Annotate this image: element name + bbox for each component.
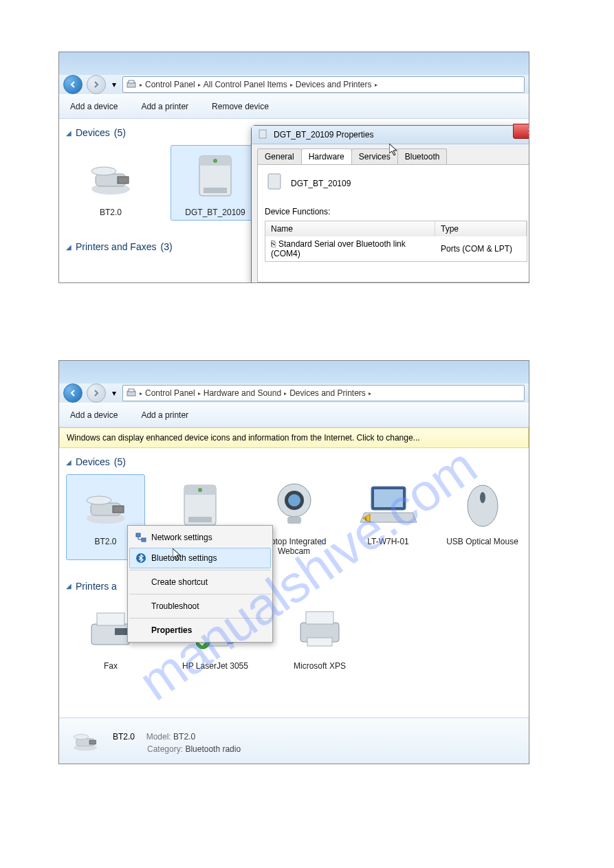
svg-rect-13 <box>129 389 134 392</box>
nav-history-dropdown[interactable]: ▾ <box>110 78 118 91</box>
device-functions-label: Device Functions: <box>265 207 527 216</box>
bluetooth-icon <box>135 552 147 564</box>
menu-label: Properties <box>151 625 192 635</box>
menu-create-shortcut[interactable]: Create shortcut <box>129 570 271 592</box>
properties-dialog: ✕ DGT_BT_20109 Properties General Hardwa… <box>251 125 529 283</box>
device-item-laptop[interactable]: ! LT-W7H-01 <box>349 474 428 560</box>
column-header-type[interactable]: Type <box>435 221 527 236</box>
section-title: Devices <box>76 127 110 138</box>
svg-point-20 <box>198 488 202 492</box>
printer-label: Microsoft XPS <box>278 661 361 671</box>
breadcrumb-item[interactable]: Hardware and Sound <box>204 388 281 398</box>
details-pane: BT2.0 Model: BT2.0 Category: Bluetooth r… <box>59 717 529 764</box>
category-value: Bluetooth radio <box>185 744 241 754</box>
mouse-icon <box>446 478 518 534</box>
svg-rect-27 <box>374 489 403 507</box>
breadcrumb-bar[interactable]: ▸ Control Panel ▸ All Control Panel Item… <box>122 76 525 93</box>
svg-rect-25 <box>287 517 301 524</box>
menu-label: Create shortcut <box>151 577 208 587</box>
tab-hardware[interactable]: Hardware <box>301 148 352 164</box>
breadcrumb-item[interactable]: Devices and Printers <box>296 80 372 89</box>
tab-general[interactable]: General <box>257 148 302 164</box>
chevron-right-icon: ▸ <box>290 82 293 88</box>
menu-bluetooth-settings[interactable]: Bluetooth settings <box>129 548 271 568</box>
collapse-arrow-icon: ◢ <box>66 129 72 137</box>
printer-label: HP LaserJet 3055 <box>174 661 256 671</box>
dialog-title: DGT_BT_20109 Properties <box>274 130 373 140</box>
back-button[interactable] <box>63 383 83 403</box>
device-label: BT2.0 <box>69 208 152 217</box>
menu-label: Network settings <box>151 533 212 542</box>
menu-label: Bluetooth settings <box>151 553 217 563</box>
printer-icon <box>278 602 361 658</box>
svg-point-5 <box>91 167 116 175</box>
remove-device-button[interactable]: Remove device <box>205 98 276 115</box>
command-bar: Add a device Add a printer Remove device <box>59 94 529 119</box>
breadcrumb-item[interactable]: Devices and Printers <box>289 388 366 398</box>
forward-button[interactable] <box>87 75 106 94</box>
device-item-dgt[interactable]: DGT_BT_20109 <box>171 145 260 221</box>
chevron-right-icon: ▸ <box>140 82 142 88</box>
info-bar[interactable]: Windows can display enhanced device icon… <box>59 427 529 448</box>
svg-point-8 <box>213 159 217 163</box>
tab-services[interactable]: Services <box>351 148 398 164</box>
svg-rect-32 <box>97 613 124 625</box>
close-button[interactable]: ✕ <box>513 124 529 139</box>
row-type: Ports (COM & LPT) <box>435 236 527 261</box>
collapse-arrow-icon: ◢ <box>66 458 72 466</box>
add-printer-button[interactable]: Add a printer <box>134 406 195 424</box>
dialog-titlebar[interactable]: DGT_BT_20109 Properties <box>252 126 529 144</box>
command-bar: Add a device Add a printer <box>59 403 529 427</box>
device-item-bt20[interactable]: BT2.0 <box>66 145 155 221</box>
category-label: Category: <box>147 744 183 754</box>
bluetooth-dongle-icon <box>69 726 102 759</box>
back-button[interactable] <box>63 75 83 94</box>
device-item-mouse[interactable]: USB Optical Mouse <box>443 474 522 560</box>
column-header-name[interactable]: Name <box>265 221 435 236</box>
laptop-icon: ! <box>352 478 424 534</box>
breadcrumb-item[interactable]: All Control Panel Items <box>204 80 287 89</box>
nav-history-dropdown[interactable]: ▾ <box>110 387 118 399</box>
tab-strip: General Hardware Services Bluetooth <box>252 144 529 164</box>
svg-point-17 <box>87 496 111 504</box>
menu-network-settings[interactable]: Network settings <box>129 527 271 548</box>
row-name: Standard Serial over Bluetooth link (COM… <box>271 239 406 258</box>
forward-button[interactable] <box>87 383 106 403</box>
add-printer-button[interactable]: Add a printer <box>134 98 195 115</box>
device-box-icon <box>174 148 256 205</box>
address-bar: ▾ ▸ Control Panel ▸ All Control Panel It… <box>59 75 529 94</box>
model-label: Model: <box>146 732 171 742</box>
device-label: DGT_BT_20109 <box>174 208 256 217</box>
tab-bluetooth[interactable]: Bluetooth <box>397 148 448 164</box>
svg-rect-16 <box>113 506 124 513</box>
breadcrumb-bar[interactable]: ▸ Control Panel ▸ Hardware and Sound ▸ D… <box>122 385 525 401</box>
device-label: USB Optical Mouse <box>446 537 518 546</box>
svg-rect-39 <box>306 612 333 624</box>
collapse-arrow-icon: ◢ <box>66 582 72 590</box>
table-row[interactable]: ⎘Standard Serial over Bluetooth link (CO… <box>265 236 527 261</box>
svg-rect-10 <box>259 130 266 138</box>
menu-troubleshoot[interactable]: Troubleshoot <box>129 594 271 616</box>
breadcrumb-item[interactable]: Control Panel <box>145 80 195 89</box>
svg-point-29 <box>468 485 498 526</box>
add-device-button[interactable]: Add a device <box>63 98 124 115</box>
printer-item-xps[interactable]: Microsoft XPS <box>275 599 364 674</box>
screenshot-2: ▾ ▸ Control Panel ▸ Hardware and Sound ▸… <box>58 360 529 764</box>
chevron-right-icon: ▸ <box>369 390 371 397</box>
add-device-button[interactable]: Add a device <box>63 406 124 424</box>
svg-point-30 <box>480 492 485 503</box>
bluetooth-dongle-icon <box>69 148 152 205</box>
devices-section-header[interactable]: ◢ Devices (5) <box>66 456 522 467</box>
section-title: Printers a <box>76 581 117 592</box>
breadcrumb-item[interactable]: Control Panel <box>145 388 195 398</box>
svg-point-44 <box>74 735 89 739</box>
svg-rect-21 <box>188 517 212 522</box>
menu-properties[interactable]: Properties <box>129 618 271 641</box>
device-name-text: DGT_BT_20109 <box>291 179 351 188</box>
network-icon <box>135 531 147 544</box>
svg-rect-1 <box>129 80 134 83</box>
location-icon <box>126 388 137 399</box>
chevron-right-icon: ▸ <box>375 82 377 88</box>
svg-rect-46 <box>142 538 146 542</box>
svg-rect-11 <box>268 174 281 189</box>
